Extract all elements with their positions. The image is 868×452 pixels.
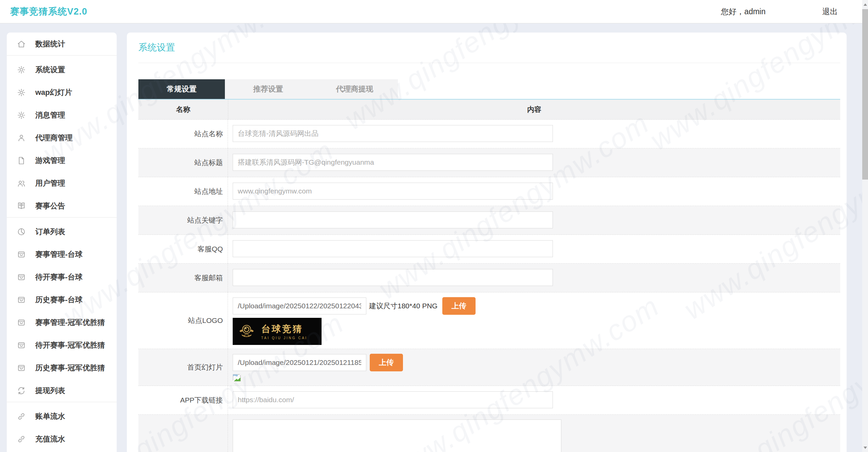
logo-subtitle-text: TAI QIU JING CAI (261, 336, 307, 340)
table-row-description (138, 415, 840, 452)
broken-image-icon (233, 374, 840, 383)
field-label: 客服QQ (138, 235, 228, 263)
sidebar-item-label: 数据统计 (35, 39, 65, 49)
site-url-input[interactable] (233, 183, 553, 200)
slide-path-input[interactable] (233, 354, 366, 371)
table-row: 站点标题 (138, 148, 840, 177)
sidebar-item[interactable]: 待开赛事-台球 (7, 266, 117, 288)
app-title: 赛事竞猜系统V2.0 (10, 0, 88, 23)
site-logo-path-input[interactable] (233, 297, 366, 314)
logo-emblem-icon (237, 321, 256, 342)
field-label: APP下载链接 (138, 386, 228, 414)
table-row: 站点名称 (138, 120, 840, 148)
tab-general-settings[interactable]: 常规设置 (138, 79, 225, 99)
sidebar-item-label: 待开赛事-台球 (35, 272, 82, 282)
sidebar-item[interactable]: 提现列表 (7, 379, 117, 402)
sidebar-item[interactable]: 历史赛事-冠军优胜猜 (7, 356, 117, 379)
sidebar-item-label: 充值流水 (35, 434, 65, 444)
column-header-content: 内容 (228, 100, 840, 119)
sidebar-item-label: 订单列表 (35, 227, 65, 237)
logo-upload-button[interactable]: 上传 (442, 297, 476, 315)
scrollbar-down-arrow[interactable] (862, 443, 868, 452)
sidebar-item[interactable]: 用户管理 (7, 172, 117, 194)
link-icon (17, 412, 26, 421)
sidebar-item[interactable]: 赛事公告 (7, 194, 117, 217)
main-panel: 系统设置 常规设置 推荐设置 代理商提现 名称 内容 站点名称 站点标题 站点地… (127, 33, 847, 452)
sidebar-item-label: 赛事管理-冠军优胜猜 (35, 317, 105, 328)
sidebar-item[interactable]: 游戏管理 (7, 149, 117, 172)
sidebar-item[interactable]: wap幻灯片 (7, 81, 117, 104)
user-greeting: 您好，admin (721, 0, 766, 23)
tab-bar: 常规设置 推荐设置 代理商提现 (138, 79, 398, 99)
scrollbar-up-arrow[interactable] (862, 0, 868, 9)
field-label: 站点标题 (138, 148, 228, 177)
table-row: 客服QQ (138, 235, 840, 264)
scrollbar-thumb[interactable] (862, 9, 868, 180)
sidebar-item-label: 提现列表 (35, 386, 65, 396)
page-scrollbar[interactable] (862, 0, 868, 452)
sidebar-item[interactable]: 代理商管理 (7, 126, 117, 149)
field-label: 站点地址 (138, 177, 228, 206)
tab-recommend-settings[interactable]: 推荐设置 (225, 79, 311, 99)
sidebar-item[interactable]: 消息管理 (7, 104, 117, 126)
page-title: 系统设置 (138, 41, 175, 54)
table-header-row: 名称 内容 (138, 100, 840, 120)
sidebar-item[interactable]: 订单列表 (7, 220, 117, 243)
site-name-input[interactable] (233, 125, 553, 142)
box-icon (17, 273, 26, 282)
field-label: 站点名称 (138, 120, 228, 148)
sidebar-item[interactable]: 赛事管理-台球 (7, 243, 117, 266)
table-row: 站点关键字 (138, 206, 840, 235)
sidebar-item-label: 待开赛事-冠军优胜猜 (35, 340, 105, 350)
field-label: 站点关键字 (138, 206, 228, 234)
logout-link[interactable]: 退出 (822, 0, 838, 23)
field-label: 站点LOGO (138, 292, 228, 349)
app-link-input[interactable] (233, 391, 553, 408)
field-label: 客服邮箱 (138, 264, 228, 292)
logo-size-hint: 建议尺寸180*40 PNG (369, 301, 438, 311)
sidebar-item[interactable]: 账单流水 (7, 405, 117, 428)
sidebar-item-label: 历史赛事-冠军优胜猜 (35, 363, 105, 373)
box-icon (17, 341, 26, 350)
title-divider (138, 63, 840, 63)
user-icon (17, 133, 26, 142)
home-icon (17, 40, 26, 48)
sidebar: 数据统计系统设置wap幻灯片消息管理代理商管理游戏管理用户管理赛事公告订单列表赛… (7, 33, 117, 452)
gear-icon (17, 111, 26, 120)
book-icon (17, 202, 26, 210)
slide-upload-button[interactable]: 上传 (370, 354, 403, 371)
sidebar-item[interactable]: 待开赛事-冠军优胜猜 (7, 334, 117, 356)
site-title-input[interactable] (233, 154, 553, 171)
sidebar-groups: 数据统计系统设置wap幻灯片消息管理代理商管理游戏管理用户管理赛事公告订单列表赛… (7, 33, 117, 450)
service-qq-input[interactable] (233, 240, 553, 257)
table-row-site-logo: 站点LOGO 建议尺寸180*40 PNG 上传 (138, 292, 840, 349)
top-header: 赛事竞猜系统V2.0 您好，admin 退出 (0, 0, 862, 23)
sidebar-item[interactable]: 赛事管理-冠军优胜猜 (7, 311, 117, 334)
sidebar-item-label: wap幻灯片 (35, 87, 72, 98)
link-icon (17, 435, 26, 444)
sidebar-item[interactable]: 历史赛事-台球 (7, 288, 117, 311)
site-keywords-input[interactable] (233, 211, 553, 228)
sidebar-item-label: 赛事公告 (35, 201, 65, 211)
users-icon (17, 179, 26, 188)
column-header-name: 名称 (138, 100, 228, 119)
field-label (138, 415, 228, 452)
sidebar-item-label: 消息管理 (35, 110, 65, 120)
refresh-icon (17, 386, 26, 395)
sidebar-item-label: 赛事管理-台球 (35, 249, 82, 260)
sidebar-item-label: 用户管理 (35, 178, 65, 188)
service-email-input[interactable] (233, 269, 553, 286)
table-row: 客服邮箱 (138, 264, 840, 292)
pie-icon (17, 227, 26, 236)
gear-icon (17, 88, 26, 97)
box-icon (17, 364, 26, 372)
description-textarea[interactable] (233, 419, 561, 452)
sidebar-item[interactable]: 系统设置 (7, 58, 117, 81)
tab-agent-withdraw[interactable]: 代理商提现 (311, 79, 398, 99)
box-icon (17, 250, 26, 259)
sidebar-item[interactable]: 数据统计 (7, 33, 117, 55)
sidebar-item-label: 历史赛事-台球 (35, 295, 82, 305)
sidebar-item[interactable]: 充值流水 (7, 428, 117, 450)
box-icon (17, 318, 26, 327)
sidebar-item-label: 系统设置 (35, 65, 65, 75)
